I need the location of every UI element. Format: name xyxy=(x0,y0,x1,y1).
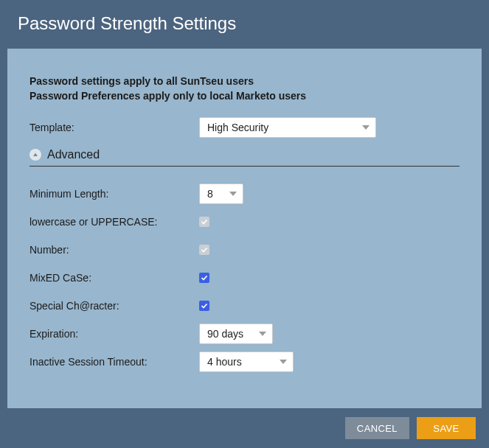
case-or-row: lowercase or UPPERCASE: xyxy=(30,211,459,233)
dialog-body: Password settings apply to all SunTseu u… xyxy=(7,49,482,408)
intro-line-2: Password Preferences apply only to local… xyxy=(30,88,459,103)
advanced-header-label: Advanced xyxy=(47,148,100,161)
intro-text: Password settings apply to all SunTseu u… xyxy=(30,74,459,104)
mixed-case-checkbox[interactable] xyxy=(199,273,209,283)
save-button[interactable]: SAVE xyxy=(417,417,476,439)
collapse-up-icon xyxy=(30,149,41,161)
min-length-select[interactable]: 8 xyxy=(199,183,243,204)
mixed-case-label: MixED CaSe: xyxy=(30,272,199,284)
intro-line-1: Password settings apply to all SunTseu u… xyxy=(30,74,459,88)
case-or-checkbox xyxy=(199,217,209,227)
case-or-label: lowercase or UPPERCASE: xyxy=(30,216,199,228)
expiration-row: Expiration: 90 days xyxy=(30,323,459,345)
template-row: Template: High Security xyxy=(30,117,459,138)
expiration-label: Expiration: xyxy=(30,328,199,340)
template-select[interactable]: High Security xyxy=(199,117,376,138)
template-label: Template: xyxy=(30,122,199,133)
advanced-body: Minimum Length: 8 lowercase or UPPERCASE… xyxy=(30,167,459,373)
number-row: Number: xyxy=(30,239,459,261)
chevron-down-icon xyxy=(362,125,370,130)
expiration-select[interactable]: 90 days xyxy=(199,323,273,344)
expiration-value: 90 days xyxy=(207,328,259,340)
number-checkbox xyxy=(199,245,209,255)
dialog-footer: CANCEL SAVE xyxy=(0,408,489,448)
template-select-value: High Security xyxy=(207,122,362,133)
min-length-row: Minimum Length: 8 xyxy=(30,183,459,205)
chevron-down-icon xyxy=(280,360,287,364)
number-label: Number: xyxy=(30,244,199,256)
min-length-value: 8 xyxy=(207,188,229,200)
special-char-row: Special Ch@racter: xyxy=(30,295,459,317)
min-length-label: Minimum Length: xyxy=(30,188,199,200)
advanced-toggle[interactable]: Advanced xyxy=(30,148,459,167)
timeout-value: 4 hours xyxy=(207,356,280,368)
timeout-row: Inactive Session Timeout: 4 hours xyxy=(30,351,459,373)
dialog-title: Password Strength Settings xyxy=(0,0,489,49)
timeout-label: Inactive Session Timeout: xyxy=(30,356,199,368)
special-char-checkbox[interactable] xyxy=(199,301,209,311)
chevron-down-icon xyxy=(259,332,266,336)
timeout-select[interactable]: 4 hours xyxy=(199,351,294,372)
cancel-button[interactable]: CANCEL xyxy=(345,417,409,439)
mixed-case-row: MixED CaSe: xyxy=(30,267,459,289)
special-char-label: Special Ch@racter: xyxy=(30,300,199,312)
password-settings-dialog: Password Strength Settings Password sett… xyxy=(0,0,489,448)
chevron-down-icon xyxy=(229,192,237,196)
